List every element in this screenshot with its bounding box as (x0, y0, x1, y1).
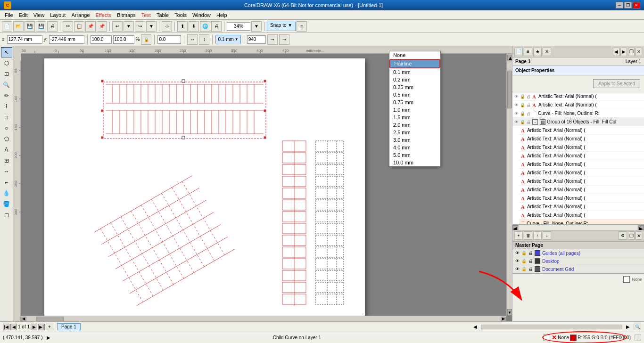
layer-item-g-text4[interactable]: A Artistic Text: Arial (Normal) ( (519, 152, 644, 160)
hscroll-left[interactable]: ◀ (21, 317, 26, 321)
zoom-input[interactable]: 34% (227, 22, 250, 31)
panel-layers-btn[interactable]: ≡ (524, 48, 532, 56)
restore-button[interactable]: ❐ (624, 2, 632, 8)
save-all-button[interactable]: 💾 (36, 21, 46, 32)
new-button[interactable]: 📄 (2, 21, 12, 32)
lw-100[interactable]: 10.0 mm (389, 159, 440, 166)
connector-tool[interactable]: ⌐ (1, 177, 12, 188)
flip-v-button[interactable]: ↕ (199, 34, 209, 45)
lw-025[interactable]: 0.25 mm (389, 83, 440, 91)
width-input[interactable] (91, 35, 112, 44)
master-item-guides[interactable]: 👁 🔒 🖨 Guides (all pages) (512, 249, 644, 257)
height-input[interactable] (113, 35, 134, 44)
drawing-canvas[interactable] (44, 58, 365, 321)
line-ends-btn2[interactable]: ⊸ (279, 34, 289, 45)
y-input[interactable]: -27.446 mm (49, 35, 84, 44)
panel-restore-btn[interactable]: ❐ (628, 48, 635, 56)
layer-item-curve1[interactable]: 👁 🔒 🖨 ⌒ Curve - Fill: None, Outline: R: (512, 109, 644, 118)
layer-item-g-text5[interactable]: A Artistic Text: Arial (Normal) ( (519, 160, 644, 169)
paste-special-button[interactable]: 📌 (97, 21, 107, 32)
layer-item-text1[interactable]: 👁 🔒 🖨 A Artistic Text: Arial (Normal) ( (512, 92, 644, 101)
next-page-btn[interactable]: ▶ (31, 324, 37, 330)
cut-button[interactable]: ✂ (63, 21, 73, 32)
freehand-tool[interactable]: ✏ (1, 90, 12, 101)
hscroll-thumb[interactable] (36, 317, 64, 321)
lw-20[interactable]: 2.0 mm (389, 121, 440, 129)
crop-tool[interactable]: ⊡ (1, 69, 12, 79)
line-scale-input[interactable] (247, 35, 266, 44)
save-button[interactable]: 💾 (25, 21, 35, 32)
add-page-btn[interactable]: + (46, 324, 53, 330)
layer-item-g-text6[interactable]: A Artistic Text: Arial (Normal) ( (519, 169, 644, 177)
page-tab[interactable]: Page 1 (57, 323, 81, 330)
parallel-dim-tool[interactable]: ↔ (1, 166, 12, 177)
lw-15[interactable]: 1.5 mm (389, 114, 440, 121)
snap-options-button[interactable]: ≡ (297, 21, 307, 32)
paste-button[interactable]: 📌 (85, 21, 96, 32)
panel-nav-btn[interactable]: ◀ (613, 48, 619, 56)
canvas-vscrollbar[interactable]: ▲ ▼ (506, 54, 512, 316)
shape-tool[interactable]: ⬡ (1, 58, 12, 68)
canvas-hscrollbar[interactable]: ◀ ▶ (21, 316, 506, 321)
layer-item-g-text11[interactable]: A Artistic Text: Arial (Normal) ( (519, 211, 644, 220)
hscrollbar-bottom[interactable] (481, 325, 622, 329)
snap-button[interactable]: Snap to ▼ (267, 22, 296, 31)
fill-indicator[interactable] (544, 335, 550, 341)
panel-restore2-btn[interactable]: ❐ (628, 231, 635, 240)
menu-file[interactable]: File (2, 12, 16, 18)
dropper-tool[interactable]: 💧 (1, 188, 12, 198)
print2-button[interactable]: 🖨 (211, 21, 222, 32)
table-tool[interactable]: ⊞ (1, 155, 12, 166)
layers-hscroll[interactable]: ◀ ▶ (512, 224, 644, 230)
new-layer-btn[interactable]: + (514, 231, 523, 240)
layer-item-g-text7[interactable]: A Artistic Text: Arial (Normal) ( (519, 177, 644, 186)
lock-ratio-button[interactable]: 🔒 (141, 34, 151, 45)
panel-close2-btn[interactable]: ✕ (636, 48, 642, 56)
layer-item-text2[interactable]: 👁 🔒 🖨 A Artistic Text: Arial (Normal) ( (512, 101, 644, 109)
polygon-tool[interactable]: ⬠ (1, 134, 12, 144)
group-expand-btn[interactable]: - (532, 119, 538, 125)
vscroll-up[interactable]: ▲ (507, 55, 512, 61)
zoom-dropdown[interactable]: ▼ (251, 21, 262, 32)
move-layer-down-btn[interactable]: ↓ (543, 231, 551, 240)
panel-nav-btn2[interactable]: ▶ (620, 48, 627, 56)
menu-help[interactable]: Help (214, 12, 230, 18)
menu-arrange[interactable]: Arrange (68, 12, 92, 18)
lw-hairline[interactable]: Hairline (389, 59, 440, 68)
copy-button[interactable]: 📋 (74, 21, 84, 32)
line-ends-button[interactable]: ⊸ (267, 34, 278, 45)
menu-table[interactable]: Table (154, 12, 172, 18)
move-layer-btn[interactable]: ↑ (533, 231, 542, 240)
lw-01[interactable]: 0.1 mm (389, 68, 440, 76)
lw-075[interactable]: 0.75 mm (389, 98, 440, 106)
fill-tool[interactable]: 🪣 (1, 199, 12, 209)
text-tool[interactable]: A (1, 145, 12, 155)
open-button[interactable]: 📂 (13, 21, 24, 32)
prev-page-btn[interactable]: ◀ (10, 324, 17, 330)
redo-button[interactable]: ↪ (135, 21, 145, 32)
outline-tool[interactable]: ◻ (1, 210, 12, 220)
menu-effects[interactable]: Effects (93, 12, 114, 18)
print-button[interactable]: 🖨 (47, 21, 58, 32)
x-input[interactable]: 127.74 mm (7, 35, 42, 44)
linewidth-dropdown-arrow[interactable]: ▼ (235, 37, 239, 41)
lw-02[interactable]: 0.2 mm (389, 76, 440, 83)
panel-close-btn[interactable]: ✕ (543, 48, 551, 56)
redo-list-button[interactable]: ▼ (146, 21, 157, 32)
first-page-btn[interactable]: |◀ (3, 324, 9, 330)
lw-05[interactable]: 0.5 mm (389, 91, 440, 98)
panel-page-btn[interactable]: 📄 (514, 48, 523, 56)
menu-layout[interactable]: Layout (47, 12, 68, 18)
ellipse-tool[interactable]: ○ (1, 123, 12, 133)
layer-item-g-text8[interactable]: A Artistic Text: Arial (Normal) ( (519, 186, 644, 194)
select-tool-btn[interactable]: ⊹ (162, 21, 172, 32)
menu-text[interactable]: Text (139, 12, 154, 18)
lw-50[interactable]: 5.0 mm (389, 151, 440, 159)
layer-item-group[interactable]: 👁 🔒 🖨 - ▤ Group of 16 Objects - Fill: Fi… (512, 118, 644, 126)
apply-selected-button[interactable]: Apply to Selected (593, 79, 640, 88)
layer-item-g-text2[interactable]: A Artistic Text: Arial (Normal) ( (519, 135, 644, 143)
delete-layer-btn[interactable]: 🗑 (524, 231, 532, 240)
lw-none[interactable]: None (389, 51, 440, 59)
flip-h-button[interactable]: ↔ (187, 34, 198, 45)
menu-view[interactable]: View (31, 12, 48, 18)
